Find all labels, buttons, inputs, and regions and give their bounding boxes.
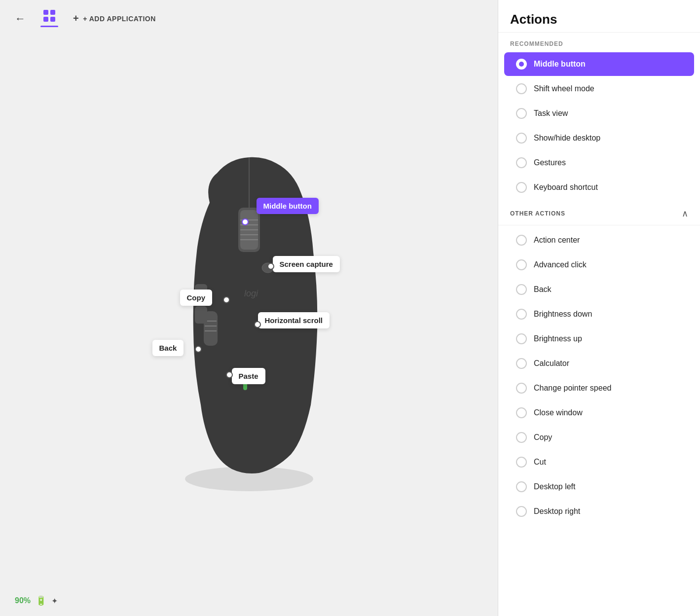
screen-capture-dot (267, 263, 274, 270)
action-item-desktop-right[interactable]: Desktop right (504, 500, 694, 523)
action-item-cut[interactable]: Cut (504, 450, 694, 474)
bottom-status: 90% 🔋 ✦ (0, 585, 498, 616)
mouse-image-container: logi Middle button Screen capture Copy (146, 144, 353, 479)
battery-icon: 🔋 (36, 595, 46, 606)
action-item-show-hide-desktop[interactable]: Show/hide desktop (504, 126, 694, 150)
action-label-desktop-left: Desktop left (534, 482, 575, 491)
action-label-gestures: Gestures (534, 158, 566, 167)
radio-copy (516, 432, 527, 443)
action-label-action-center: Action center (534, 236, 580, 245)
action-label-show-hide-desktop: Show/hide desktop (534, 134, 600, 143)
plus-icon: + (73, 13, 79, 24)
radio-task-view (516, 108, 527, 119)
action-item-shift-wheel-mode[interactable]: Shift wheel mode (504, 77, 694, 101)
radio-calculator (516, 358, 527, 369)
action-item-change-pointer-speed[interactable]: Change pointer speed (504, 376, 694, 400)
radio-close-window (516, 407, 527, 418)
back-tooltip[interactable]: Back (152, 340, 184, 356)
action-item-advanced-click[interactable]: Advanced click (504, 253, 694, 277)
svg-rect-16 (195, 306, 207, 324)
action-item-calculator[interactable]: Calculator (504, 352, 694, 375)
action-label-cut: Cut (534, 458, 546, 467)
recommended-label: RECOMMENDED (498, 33, 700, 51)
radio-desktop-left (516, 481, 527, 492)
action-label-advanced-click: Advanced click (534, 260, 587, 269)
radio-cut (516, 457, 527, 468)
svg-text:logi: logi (244, 289, 258, 298)
action-label-change-pointer-speed: Change pointer speed (534, 384, 611, 393)
radio-brightness-up (516, 333, 527, 344)
copy-tooltip[interactable]: Copy (180, 290, 213, 306)
action-label-desktop-right: Desktop right (534, 507, 580, 516)
right-panel: Actions RECOMMENDED Middle buttonShift w… (498, 0, 700, 616)
radio-desktop-right (516, 506, 527, 517)
mouse-diagram: logi Middle button Screen capture Copy (0, 37, 498, 585)
action-label-calculator: Calculator (534, 359, 569, 368)
radio-change-pointer-speed (516, 383, 527, 394)
radio-gestures (516, 157, 527, 168)
radio-action-center (516, 235, 527, 246)
horizontal-scroll-tooltip[interactable]: Horizontal scroll (258, 312, 330, 328)
action-label-middle-button: Middle button (534, 60, 586, 69)
bluetooth-icon: ✦ (51, 596, 58, 606)
action-item-close-window[interactable]: Close window (504, 401, 694, 425)
apps-view-button[interactable] (40, 10, 58, 27)
action-item-brightness-up[interactable]: Brightness up (504, 327, 694, 351)
screen-capture-tooltip[interactable]: Screen capture (273, 256, 340, 272)
action-item-keyboard-shortcut[interactable]: Keyboard shortcut (504, 176, 694, 199)
copy-dot (223, 296, 230, 303)
actions-title: Actions (498, 0, 700, 33)
back-button[interactable]: ← (15, 12, 26, 25)
action-label-task-view: Task view (534, 109, 568, 118)
middle-button-tooltip[interactable]: Middle button (257, 198, 319, 214)
action-label-shift-wheel-mode: Shift wheel mode (534, 84, 594, 93)
radio-back (516, 284, 527, 295)
action-item-gestures[interactable]: Gestures (504, 151, 694, 175)
paste-tooltip[interactable]: Paste (232, 368, 265, 384)
action-label-back: Back (534, 285, 552, 294)
radio-middle-button (516, 59, 527, 70)
other-actions-header: OTHER ACTIONS ∧ (498, 200, 700, 223)
add-application-button[interactable]: + + ADD APPLICATION (73, 13, 156, 24)
back-dot (195, 346, 202, 353)
divider (498, 225, 700, 225)
paste-dot (226, 371, 233, 378)
radio-advanced-click (516, 259, 527, 270)
action-item-brightness-down[interactable]: Brightness down (504, 302, 694, 326)
radio-brightness-down (516, 309, 527, 320)
collapse-other-actions-button[interactable]: ∧ (682, 208, 688, 219)
left-panel: ← + + ADD APPLICATION (0, 0, 498, 616)
action-item-desktop-left[interactable]: Desktop left (504, 475, 694, 499)
action-label-keyboard-shortcut: Keyboard shortcut (534, 183, 598, 192)
action-label-copy: Copy (534, 433, 552, 442)
action-item-copy[interactable]: Copy (504, 426, 694, 449)
action-item-back[interactable]: Back (504, 278, 694, 301)
action-label-brightness-down: Brightness down (534, 310, 592, 319)
top-bar: ← + + ADD APPLICATION (0, 0, 498, 37)
recommended-list: Middle buttonShift wheel modeTask viewSh… (498, 51, 700, 200)
other-actions-label: OTHER ACTIONS (510, 210, 565, 217)
action-label-close-window: Close window (534, 408, 583, 417)
radio-shift-wheel-mode (516, 83, 527, 94)
horizontal-scroll-dot (254, 321, 261, 328)
middle-button-dot (242, 218, 249, 225)
battery-percentage: 90% (15, 596, 31, 605)
radio-show-hide-desktop (516, 133, 527, 144)
action-item-middle-button[interactable]: Middle button (504, 52, 694, 76)
action-item-task-view[interactable]: Task view (504, 102, 694, 125)
action-label-brightness-up: Brightness up (534, 334, 582, 343)
other-actions-list: Action centerAdvanced clickBackBrightnes… (498, 227, 700, 524)
radio-keyboard-shortcut (516, 182, 527, 193)
action-item-action-center[interactable]: Action center (504, 228, 694, 252)
